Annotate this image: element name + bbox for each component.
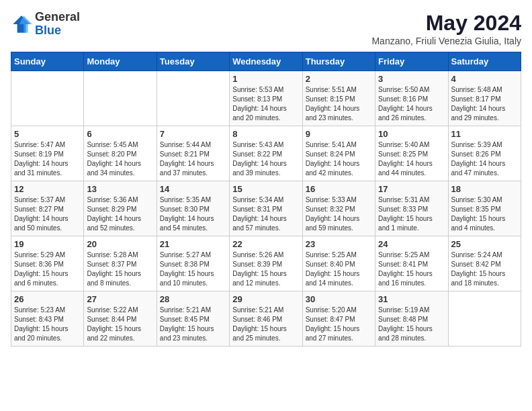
day-info: Sunrise: 5:25 AM Sunset: 8:40 PM Dayligh… — [306, 250, 372, 288]
day-info: Sunrise: 5:41 AM Sunset: 8:24 PM Dayligh… — [306, 140, 372, 178]
day-number: 17 — [378, 184, 445, 194]
location-subtitle: Manzano, Friuli Venezia Giulia, Italy — [371, 36, 521, 46]
logo: General Blue — [11, 11, 80, 38]
day-number: 11 — [451, 129, 518, 139]
day-number: 19 — [14, 239, 81, 249]
day-number: 4 — [451, 74, 518, 84]
day-number: 30 — [306, 294, 372, 304]
day-number: 25 — [451, 239, 518, 249]
day-number: 22 — [232, 239, 299, 249]
day-number: 6 — [87, 129, 153, 139]
day-info: Sunrise: 5:19 AM Sunset: 8:48 PM Dayligh… — [378, 306, 445, 343]
day-number: 26 — [14, 294, 81, 304]
calendar-cell: 8Sunrise: 5:43 AM Sunset: 8:22 PM Daylig… — [230, 126, 302, 181]
day-number: 9 — [306, 129, 372, 139]
calendar-cell: 10Sunrise: 5:40 AM Sunset: 8:25 PM Dayli… — [375, 126, 448, 181]
day-number: 7 — [160, 129, 226, 139]
day-number: 24 — [378, 239, 445, 249]
logo-blue-text: Blue — [35, 24, 80, 38]
calendar-cell: 9Sunrise: 5:41 AM Sunset: 8:24 PM Daylig… — [302, 126, 375, 181]
calendar-cell: 22Sunrise: 5:26 AM Sunset: 8:39 PM Dayli… — [230, 236, 302, 291]
weekday-row: SundayMondayTuesdayWednesdayThursdayFrid… — [11, 52, 521, 71]
day-number: 2 — [306, 74, 372, 84]
calendar-cell: 23Sunrise: 5:25 AM Sunset: 8:40 PM Dayli… — [302, 236, 375, 291]
logo-icon — [11, 13, 32, 35]
day-info: Sunrise: 5:37 AM Sunset: 8:27 PM Dayligh… — [14, 195, 81, 233]
day-info: Sunrise: 5:30 AM Sunset: 8:35 PM Dayligh… — [451, 195, 518, 233]
day-number: 1 — [232, 74, 299, 84]
day-info: Sunrise: 5:21 AM Sunset: 8:45 PM Dayligh… — [160, 306, 226, 343]
day-number: 31 — [378, 294, 445, 304]
day-info: Sunrise: 5:26 AM Sunset: 8:39 PM Dayligh… — [232, 250, 299, 288]
day-info: Sunrise: 5:39 AM Sunset: 8:26 PM Dayligh… — [451, 140, 518, 178]
calendar-cell: 30Sunrise: 5:20 AM Sunset: 8:47 PM Dayli… — [302, 291, 375, 347]
day-info: Sunrise: 5:50 AM Sunset: 8:16 PM Dayligh… — [378, 85, 445, 123]
calendar-cell: 24Sunrise: 5:25 AM Sunset: 8:41 PM Dayli… — [375, 236, 448, 291]
calendar-cell: 25Sunrise: 5:24 AM Sunset: 8:42 PM Dayli… — [448, 236, 521, 291]
weekday-header-thursday: Thursday — [302, 52, 375, 71]
calendar-cell: 6Sunrise: 5:45 AM Sunset: 8:20 PM Daylig… — [84, 126, 157, 181]
day-info: Sunrise: 5:22 AM Sunset: 8:44 PM Dayligh… — [87, 306, 153, 343]
calendar-cell: 7Sunrise: 5:44 AM Sunset: 8:21 PM Daylig… — [157, 126, 229, 181]
calendar-cell: 12Sunrise: 5:37 AM Sunset: 8:27 PM Dayli… — [11, 181, 84, 236]
calendar-cell — [448, 291, 521, 347]
day-number: 5 — [14, 129, 81, 139]
weekday-header-wednesday: Wednesday — [230, 52, 302, 71]
day-info: Sunrise: 5:51 AM Sunset: 8:15 PM Dayligh… — [306, 85, 372, 123]
calendar-cell: 5Sunrise: 5:47 AM Sunset: 8:19 PM Daylig… — [11, 126, 84, 181]
day-info: Sunrise: 5:35 AM Sunset: 8:30 PM Dayligh… — [160, 195, 226, 233]
month-year-title: May 2024 — [371, 11, 521, 36]
day-number: 23 — [306, 239, 372, 249]
calendar-cell: 17Sunrise: 5:31 AM Sunset: 8:33 PM Dayli… — [375, 181, 448, 236]
calendar-cell: 29Sunrise: 5:21 AM Sunset: 8:46 PM Dayli… — [230, 291, 302, 347]
calendar-cell: 11Sunrise: 5:39 AM Sunset: 8:26 PM Dayli… — [448, 126, 521, 181]
day-number: 12 — [14, 184, 81, 194]
day-info: Sunrise: 5:28 AM Sunset: 8:37 PM Dayligh… — [87, 250, 153, 288]
calendar-cell: 16Sunrise: 5:33 AM Sunset: 8:32 PM Dayli… — [302, 181, 375, 236]
weekday-header-sunday: Sunday — [11, 52, 84, 71]
day-info: Sunrise: 5:45 AM Sunset: 8:20 PM Dayligh… — [87, 140, 153, 178]
weekday-header-friday: Friday — [375, 52, 448, 71]
title-block: May 2024 Manzano, Friuli Venezia Giulia,… — [371, 11, 521, 46]
calendar-cell: 14Sunrise: 5:35 AM Sunset: 8:30 PM Dayli… — [157, 181, 229, 236]
day-info: Sunrise: 5:36 AM Sunset: 8:29 PM Dayligh… — [87, 195, 153, 233]
calendar-cell — [84, 71, 157, 126]
day-info: Sunrise: 5:33 AM Sunset: 8:32 PM Dayligh… — [306, 195, 372, 233]
calendar-cell: 3Sunrise: 5:50 AM Sunset: 8:16 PM Daylig… — [375, 71, 448, 126]
day-info: Sunrise: 5:25 AM Sunset: 8:41 PM Dayligh… — [378, 250, 445, 288]
calendar-cell: 15Sunrise: 5:34 AM Sunset: 8:31 PM Dayli… — [230, 181, 302, 236]
weekday-header-tuesday: Tuesday — [157, 52, 229, 71]
day-number: 21 — [160, 239, 226, 249]
day-info: Sunrise: 5:44 AM Sunset: 8:21 PM Dayligh… — [160, 140, 226, 178]
calendar-cell: 28Sunrise: 5:21 AM Sunset: 8:45 PM Dayli… — [157, 291, 229, 347]
day-number: 18 — [451, 184, 518, 194]
calendar-cell: 21Sunrise: 5:27 AM Sunset: 8:38 PM Dayli… — [157, 236, 229, 291]
day-info: Sunrise: 5:29 AM Sunset: 8:36 PM Dayligh… — [14, 250, 81, 288]
day-number: 28 — [160, 294, 226, 304]
calendar-week-5: 26Sunrise: 5:23 AM Sunset: 8:43 PM Dayli… — [11, 291, 521, 347]
calendar-table: SundayMondayTuesdayWednesdayThursdayFrid… — [11, 52, 521, 347]
calendar-cell: 4Sunrise: 5:48 AM Sunset: 8:17 PM Daylig… — [448, 71, 521, 126]
calendar-cell: 19Sunrise: 5:29 AM Sunset: 8:36 PM Dayli… — [11, 236, 84, 291]
day-number: 20 — [87, 239, 153, 249]
weekday-header-monday: Monday — [84, 52, 157, 71]
calendar-week-1: 1Sunrise: 5:53 AM Sunset: 8:13 PM Daylig… — [11, 71, 521, 126]
logo-general-text: General — [35, 11, 80, 24]
calendar-cell: 20Sunrise: 5:28 AM Sunset: 8:37 PM Dayli… — [84, 236, 157, 291]
page-header: General Blue May 2024 Manzano, Friuli Ve… — [11, 11, 521, 46]
day-number: 16 — [306, 184, 372, 194]
day-number: 8 — [232, 129, 299, 139]
day-number: 14 — [160, 184, 226, 194]
calendar-cell: 2Sunrise: 5:51 AM Sunset: 8:15 PM Daylig… — [302, 71, 375, 126]
calendar-cell: 27Sunrise: 5:22 AM Sunset: 8:44 PM Dayli… — [84, 291, 157, 347]
weekday-header-saturday: Saturday — [448, 52, 521, 71]
calendar-cell: 18Sunrise: 5:30 AM Sunset: 8:35 PM Dayli… — [448, 181, 521, 236]
calendar-cell: 26Sunrise: 5:23 AM Sunset: 8:43 PM Dayli… — [11, 291, 84, 347]
calendar-cell — [11, 71, 84, 126]
day-info: Sunrise: 5:24 AM Sunset: 8:42 PM Dayligh… — [451, 250, 518, 288]
day-number: 27 — [87, 294, 153, 304]
day-number: 15 — [232, 184, 299, 194]
day-info: Sunrise: 5:21 AM Sunset: 8:46 PM Dayligh… — [232, 306, 299, 343]
calendar-cell — [157, 71, 229, 126]
calendar-cell: 31Sunrise: 5:19 AM Sunset: 8:48 PM Dayli… — [375, 291, 448, 347]
